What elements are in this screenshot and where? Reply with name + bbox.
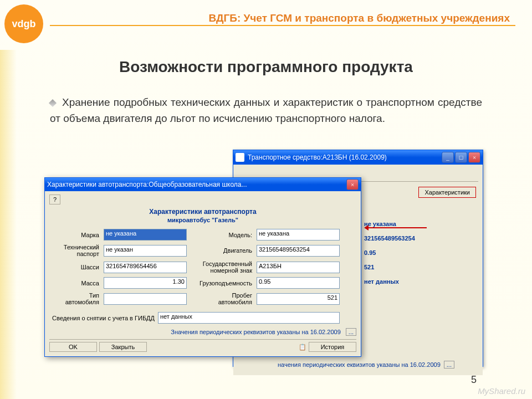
summary-value: 521 — [364, 264, 374, 270]
gnz-label: Государственный номерной знак — [191, 260, 252, 274]
callout-arrow — [366, 227, 427, 228]
tip-input[interactable] — [104, 293, 187, 305]
marka-input[interactable]: не указана — [104, 229, 187, 241]
gibdd-input[interactable]: нет данных — [158, 312, 340, 324]
transport-titlebar[interactable]: Транспортное средство:А213БН (16.02.2009… — [233, 150, 483, 165]
minimize-button[interactable]: _ — [442, 152, 454, 163]
gruz-label: Грузоподъемность — [191, 280, 252, 287]
watermark: MyShared.ru — [478, 386, 525, 396]
app-icon — [236, 153, 244, 162]
probeg-label: Пробег автомобиля — [191, 292, 252, 305]
characteristics-titlebar[interactable]: Характеристики автотранспорта:Общеобразо… — [45, 178, 361, 191]
transport-window-title: Транспортное средство:А213БН (16.02.2009… — [248, 154, 442, 161]
close-dialog-button[interactable]: Закрыть — [99, 342, 147, 352]
shassi-input[interactable]: 321654789654456 — [104, 262, 187, 273]
tpass-label: Технический паспорт — [49, 244, 99, 257]
tip-label: Тип автомобиля — [49, 292, 99, 305]
summary-value: 0.95 — [364, 249, 376, 256]
maximize-button[interactable]: □ — [455, 152, 467, 163]
model-label: Модель: — [191, 232, 252, 238]
dvig-input[interactable]: 321565489563254 — [257, 245, 340, 257]
periodic-label: Значения периодических реквизитов указан… — [49, 328, 356, 336]
bullet-icon — [49, 99, 57, 107]
characteristics-title: Характеристики автотранспорта:Общеобразо… — [47, 181, 346, 188]
dialog-subheading: микроавтобус "Газель" — [49, 217, 356, 223]
summary-value: нет данных — [364, 278, 399, 285]
gruz-input[interactable]: 0.95 — [257, 277, 340, 289]
page-number: 5 — [471, 374, 477, 386]
slide-title: Возможности программного продукта — [0, 58, 532, 76]
massa-label: Масса — [49, 280, 99, 287]
ellipsis-button[interactable]: ... — [444, 361, 454, 369]
summary-value: 321565489563254 — [364, 235, 415, 242]
model-input[interactable]: не указана — [257, 229, 340, 241]
massa-input[interactable]: 1.30 — [104, 277, 187, 289]
tpass-input[interactable]: не указан — [104, 245, 187, 257]
gnz-input[interactable]: А213БН — [257, 262, 340, 273]
copy-icon[interactable]: 📋 — [299, 344, 306, 351]
header-title: ВДГБ: Учет ГСМ и транспорта в бюджетных … — [208, 12, 510, 24]
ok-button[interactable]: OK — [49, 342, 97, 352]
ellipsis-button[interactable]: ... — [346, 328, 356, 336]
close-button[interactable]: × — [468, 152, 480, 163]
periodic-note: начения периодических еквизитов указаны … — [278, 361, 476, 369]
probeg-input[interactable]: 521 — [257, 293, 340, 305]
dialog-heading: Характеристики автотранспорта — [49, 208, 356, 216]
close-button[interactable]: × — [346, 179, 359, 190]
tab-characteristics[interactable]: Характеристики — [418, 187, 476, 198]
bullet-paragraph: Хранение подробных технических данных и … — [50, 94, 482, 127]
shassi-label: Шасси — [49, 264, 99, 270]
marka-label: Марка — [49, 232, 99, 238]
header-divider — [50, 25, 515, 26]
history-button[interactable]: История — [309, 342, 356, 352]
gibdd-label: Сведения о снятии с учета в ГИБДД — [49, 315, 155, 321]
dvig-label: Двигатель — [191, 247, 252, 254]
help-button[interactable]: ? — [49, 195, 60, 204]
characteristics-dialog: Характеристики автотранспорта:Общеобразо… — [44, 177, 361, 357]
bullet-text: Хранение подробных технических данных и … — [50, 96, 482, 124]
summary-value: не указана — [364, 221, 396, 227]
logo: vdgb — [4, 4, 43, 43]
